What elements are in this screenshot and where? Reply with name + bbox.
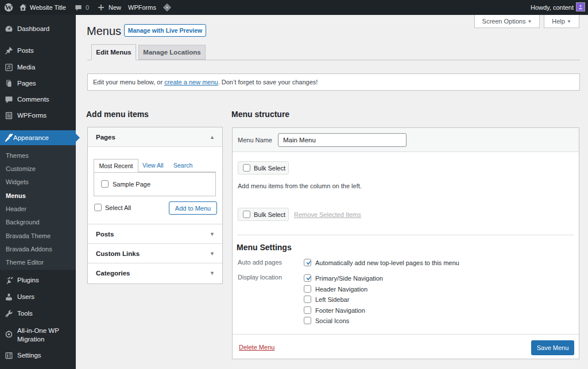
svg-text:W: W <box>5 3 13 11</box>
